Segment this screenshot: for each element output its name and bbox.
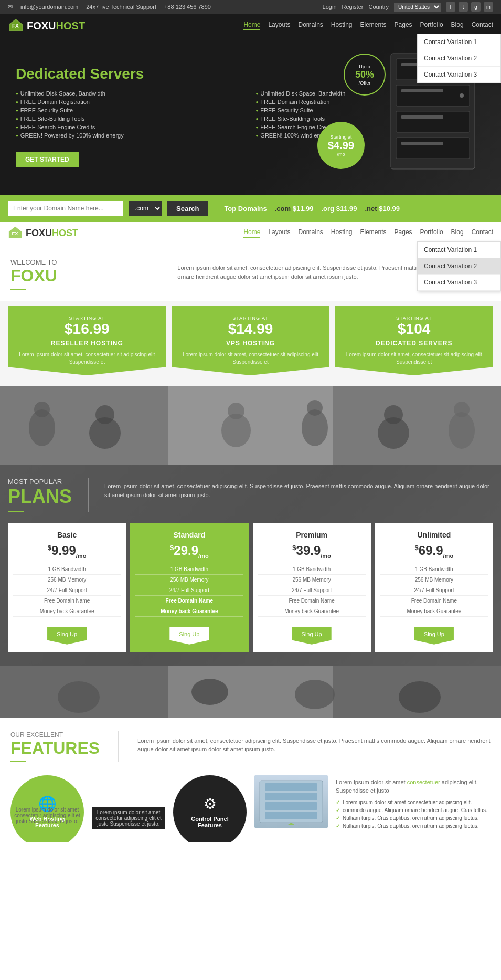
dedicated-starting-at: STARTING AT: [341, 315, 487, 321]
features-section: OUR EXCELLENT FEATURES Lorem ipsum dolor…: [0, 718, 501, 842]
svg-rect-7: [396, 138, 470, 159]
contact-var-2[interactable]: Contact Variation 2: [418, 50, 500, 67]
unlimited-price: $69.9/mo: [380, 543, 488, 559]
basic-signup-button[interactable]: Sing Up: [47, 627, 87, 645]
nav2-layouts[interactable]: Layouts: [268, 228, 290, 238]
standard-feat-5: Money back Guarantee: [135, 606, 243, 617]
svg-rect-42: [265, 793, 317, 800]
twitter-icon[interactable]: t: [459, 2, 468, 12]
nav-domains[interactable]: Domains: [298, 21, 323, 30]
hero-feature-5: FREE Search Engine Credits: [16, 124, 246, 130]
plans-title-white: PLAN: [8, 486, 59, 507]
top-domains-label: Top Domains: [224, 205, 267, 213]
nav2-blog[interactable]: Blog: [451, 228, 464, 238]
unlimited-title: Unlimited: [380, 531, 488, 539]
welcome-title-black: FOX: [10, 266, 45, 285]
country-select[interactable]: United States: [394, 3, 441, 12]
svg-point-30: [449, 412, 475, 449]
contact-var2-3[interactable]: Contact Variation 3: [418, 275, 500, 291]
svg-rect-12: [401, 115, 443, 119]
nav-hosting[interactable]: Hosting: [331, 21, 353, 30]
register-link[interactable]: Register: [342, 4, 364, 10]
feature-check-1: Lorem ipsum dolor sit amet consectetuer …: [336, 799, 491, 805]
hero-price-badge: Starting at $4.99 /mo: [317, 122, 365, 169]
control-panel-circle: ⚙ Control Panel Features: [173, 775, 247, 842]
phone-text: +88 123 456 7890: [164, 4, 211, 10]
nav2-portfolio[interactable]: Portfolio: [420, 228, 443, 238]
nav-portfolio[interactable]: Portfolio: [420, 21, 443, 30]
feature-green-text: consectetuer: [407, 779, 440, 785]
logo-text2-white: FOXU: [26, 228, 52, 238]
contact-var2-1[interactable]: Contact Variation 1: [418, 242, 500, 258]
vps-starting-at: STARTING AT: [178, 315, 324, 321]
top-bar-right: Login Register Country United States f t…: [323, 2, 493, 12]
badge-offer: /Offer: [359, 80, 370, 86]
team-photo-area: [0, 386, 501, 465]
nav2-pages[interactable]: Pages: [395, 228, 412, 238]
domain-extension-select[interactable]: .com .org .net: [129, 201, 162, 216]
nav2-contact[interactable]: Contact: [472, 228, 493, 238]
logo-text-white: FOXU: [27, 20, 56, 31]
facebook-icon[interactable]: f: [446, 2, 455, 12]
hero-feature-4: FREE Site-Building Tools: [16, 115, 246, 122]
top-bar-contact: ✉ info@yourdomain.com 24x7 live Technica…: [8, 4, 211, 10]
welcome-sub: WELCOME TO: [10, 258, 167, 266]
nav-pages[interactable]: Pages: [395, 21, 412, 30]
svg-text:FX: FX: [12, 231, 18, 236]
svg-rect-43: [265, 802, 317, 810]
nav-home[interactable]: Home: [243, 21, 260, 30]
premium-feat-3: 24/7 Full Support: [258, 585, 366, 596]
basic-price: $9.99/mo: [13, 543, 121, 559]
hero-discount-badge: Up to 50% /Offer: [344, 54, 386, 96]
domain-search-button[interactable]: Search: [167, 201, 208, 216]
social-icons: f t g in: [446, 2, 493, 12]
top-bar: ✉ info@yourdomain.com 24x7 live Technica…: [0, 0, 501, 14]
linkedin-icon[interactable]: in: [484, 2, 493, 12]
unlimited-feat-4: Free Domain Name: [380, 596, 488, 606]
svg-rect-11: [401, 89, 443, 92]
nav2-hosting[interactable]: Hosting: [331, 228, 353, 238]
standard-feat-1: 1 GB Bandwidth: [135, 564, 243, 575]
nav-layouts[interactable]: Layouts: [268, 21, 290, 30]
basic-feat-1: 1 GB Bandwidth: [13, 564, 121, 575]
logo-text: FOXUHOST: [27, 20, 85, 32]
login-link[interactable]: Login: [323, 4, 337, 10]
svg-marker-45: [283, 823, 299, 825]
contact-dropdown-1: Contact Variation 1 Contact Variation 2 …: [417, 34, 501, 83]
features-title-green: S: [89, 739, 100, 757]
nav2-home[interactable]: Home: [243, 228, 260, 238]
feature-text-block: Lorem ipsum dolor sit amet consectetuer …: [336, 775, 491, 831]
contact-var2-2[interactable]: Contact Variation 2: [418, 258, 500, 275]
premium-signup-button[interactable]: Sing Up: [292, 627, 332, 645]
price-mo: /mo: [337, 152, 345, 157]
price-starting: Starting at: [330, 134, 351, 140]
team-photo-bottom-svg: [0, 666, 501, 718]
pricing-card-dedicated: STARTING AT $104 DEDICATED SERVERS Lorem…: [335, 306, 493, 375]
hero-title-white: Dedicated: [16, 66, 86, 82]
standard-signup-button[interactable]: Sing Up: [169, 627, 209, 645]
pricing-cards: STARTING AT $16.99 RESELLER HOSTING Lore…: [8, 306, 493, 375]
nav2-elements[interactable]: Elements: [360, 228, 387, 238]
price-value: $4.99: [328, 140, 354, 152]
contact-var-3[interactable]: Contact Variation 3: [418, 67, 500, 83]
nav-contact[interactable]: Contact: [472, 21, 493, 30]
contact-var-1[interactable]: Contact Variation 1: [418, 34, 500, 50]
domain-net-price: .net $10.99: [365, 205, 400, 213]
unlimited-signup-button[interactable]: Sing Up: [414, 627, 454, 645]
plan-card-premium: Premium $39.9/mo 1 GB Bandwidth 256 MB M…: [253, 523, 371, 652]
svg-point-39: [399, 681, 441, 713]
unlimited-feat-5: Money back Guarantee: [380, 606, 488, 617]
unlimited-feat-1: 1 GB Bandwidth: [380, 564, 488, 575]
svg-point-36: [58, 681, 100, 713]
plans-sub: MOST POPULAR: [8, 478, 72, 486]
get-started-button[interactable]: GET STARTED: [16, 152, 79, 167]
domain-search-input[interactable]: [8, 201, 123, 216]
basic-feat-5: Money back Guarantee: [13, 606, 121, 617]
svg-point-9: [460, 93, 464, 98]
google-plus-icon[interactable]: g: [471, 2, 481, 12]
nav2-domains[interactable]: Domains: [298, 228, 323, 238]
standard-feat-2: 256 MB Memory: [135, 575, 243, 585]
nav-blog[interactable]: Blog: [451, 21, 464, 30]
server-image-svg: [257, 778, 325, 825]
nav-elements[interactable]: Elements: [360, 21, 387, 30]
